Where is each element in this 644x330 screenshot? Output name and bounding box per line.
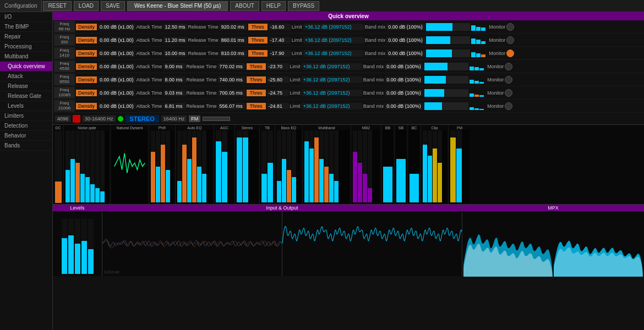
reset-button[interactable]: RESET — [43, 1, 71, 11]
sidebar-item-attack[interactable]: Attack — [0, 72, 52, 81]
thres-val-3: -23.70 — [267, 63, 289, 70]
proc-fm[interactable]: FM — [449, 125, 471, 204]
proc-mb2[interactable]: MB2 — [351, 125, 381, 204]
monitor-label-3: Monitor — [487, 64, 504, 69]
sidebar-item-behavior[interactable]: Behavior — [0, 131, 52, 141]
sidebar-item-processing[interactable]: Processing — [0, 42, 52, 52]
density-val-3: 0.00 dB (x1.00) — [98, 63, 135, 70]
agc-meters — [215, 130, 233, 203]
sidebar-item-io[interactable]: I/O — [0, 12, 52, 22]
attack-val-5: 9.03 ms — [163, 90, 185, 96]
about-button[interactable]: ABOUT — [230, 1, 259, 11]
release-val-3: 770.02 ms — [218, 63, 245, 70]
bypass-button[interactable]: BYPASS — [288, 1, 319, 11]
ng-label: Noise gate — [65, 126, 109, 130]
sidebar-item-limiters[interactable]: Limiters — [0, 111, 52, 121]
proc-sb[interactable]: SB — [395, 125, 408, 204]
limit-val-2: +36.12 dB (2097152) — [303, 50, 364, 57]
config-label: Configuration — [0, 0, 42, 12]
preset-button[interactable]: Wes Keene - Blue Steel FM (50 µs) — [127, 1, 228, 11]
monitor-circle-3[interactable] — [505, 63, 512, 70]
bandmix-label-2: Band mix — [365, 51, 386, 56]
help-button[interactable]: HELP — [261, 1, 286, 11]
thres-btn-6[interactable]: Thres — [247, 103, 266, 109]
levels-header: Levels — [53, 205, 102, 211]
mpx-content — [462, 211, 644, 278]
sidebar-item-levels[interactable]: Levels — [0, 101, 52, 111]
svg-rect-2 — [282, 211, 462, 276]
release-label-3: Release Time — [187, 64, 217, 69]
sidebar-item-detection[interactable]: Detection — [0, 121, 52, 131]
thres-val-6: -24.81 — [267, 103, 289, 109]
bandmix-val-5: 0.00 dB (100%) — [385, 90, 423, 96]
density-val-5: 0.00 dB (x1.00) — [98, 90, 135, 96]
proc-nd[interactable]: Natural Dynami — [111, 125, 149, 204]
sidebar-item-quick-overview[interactable]: Quick overview — [0, 62, 52, 72]
density-btn-4[interactable]: Density — [76, 76, 97, 83]
freq-label-0: Freq68 Hz — [54, 21, 75, 33]
mpx-panel: MPX — [462, 205, 644, 276]
monitor-label-5: Monitor — [487, 90, 504, 96]
proc-tb[interactable]: TB — [260, 125, 275, 204]
proc-bb[interactable]: BB — [381, 125, 395, 204]
bandmix-val-6: 0.00 dB (100%) — [385, 103, 423, 109]
monitor-circle-1[interactable] — [506, 36, 514, 44]
sidebar-item-multiband[interactable]: Multiband — [0, 52, 52, 62]
levels-meters — [53, 211, 102, 276]
sig-slider[interactable] — [203, 117, 230, 121]
monitor-circle-5[interactable] — [505, 89, 512, 97]
sidebar-item-bimp[interactable]: The BIMP — [0, 22, 52, 32]
sidebar-item-release-gate[interactable]: Release Gate — [0, 91, 52, 101]
proc-beq[interactable]: Bass EQ — [275, 125, 303, 204]
io-content: 0.013 sec — [102, 211, 462, 276]
quick-overview-header: Quick overview — [53, 12, 644, 20]
limit-val-0: +36.12 dB (2097152) — [303, 24, 364, 30]
sidebar-item-repair[interactable]: Repair — [0, 32, 52, 42]
release-val-2: 810.03 ms — [220, 50, 247, 57]
density-btn-3[interactable]: Density — [76, 63, 97, 70]
meter-6 — [424, 102, 468, 110]
monitor-circle-0[interactable] — [506, 23, 514, 31]
agc-label: AGC — [215, 126, 233, 130]
proc-dc[interactable]: DC — [53, 125, 64, 204]
density-btn-0[interactable]: Density — [76, 24, 97, 30]
svg-text:0.013 sec: 0.013 sec — [105, 270, 120, 274]
monitor-circle-6[interactable] — [505, 102, 512, 110]
thres-btn-5[interactable]: Thres — [247, 90, 266, 96]
proc-stereo[interactable]: Stereo — [235, 125, 260, 204]
thres-btn-3[interactable]: Thres — [247, 63, 266, 70]
save-button[interactable]: SAVE — [101, 1, 125, 11]
thres-btn-1[interactable]: Thres — [248, 37, 268, 43]
sidebar-item-bands[interactable]: Bands — [0, 141, 52, 151]
density-btn-5[interactable]: Density — [76, 90, 97, 96]
thres-btn-0[interactable]: Thres — [248, 24, 268, 30]
proc-clip[interactable]: Clip — [421, 125, 449, 204]
release-label-4: Release Time — [187, 77, 217, 82]
monitor-circle-4[interactable] — [505, 76, 512, 84]
meter-1 — [426, 36, 470, 44]
density-btn-1[interactable]: Density — [76, 37, 97, 43]
meter-3 — [424, 63, 468, 70]
density-val-1: 0.00 dB (x1.00) — [98, 37, 135, 43]
clip-label: Clip — [422, 126, 447, 130]
load-button[interactable]: LOAD — [74, 1, 99, 11]
proc-agc[interactable]: AGC — [214, 125, 235, 204]
proc-mb[interactable]: Multiband — [303, 125, 351, 204]
thres-btn-2[interactable]: Thres — [248, 50, 268, 57]
proc-ng[interactable]: Noise gate — [64, 125, 111, 204]
quick-overview-section: Quick overview Freq68 Hz Density 0.00 dB… — [53, 12, 644, 113]
proc-aeq[interactable]: Auto EQ — [176, 125, 214, 204]
dc-meter — [54, 131, 62, 203]
monitor-circle-2[interactable] — [506, 50, 514, 57]
sidebar-item-release[interactable]: Release — [0, 81, 52, 91]
sig-range: 30-16400 Hz — [83, 116, 116, 122]
proc-bc[interactable]: BC — [408, 125, 421, 204]
proc-phr[interactable]: PhR — [149, 125, 176, 204]
limit-label-1: Limit — [292, 37, 302, 43]
proc-blocks-area: DC Noise gate — [53, 125, 644, 205]
thres-btn-4[interactable]: Thres — [247, 76, 266, 83]
sb-meter — [396, 130, 406, 203]
phr-meters — [150, 130, 174, 203]
density-btn-6[interactable]: Density — [76, 103, 97, 109]
density-btn-2[interactable]: Density — [76, 50, 97, 57]
